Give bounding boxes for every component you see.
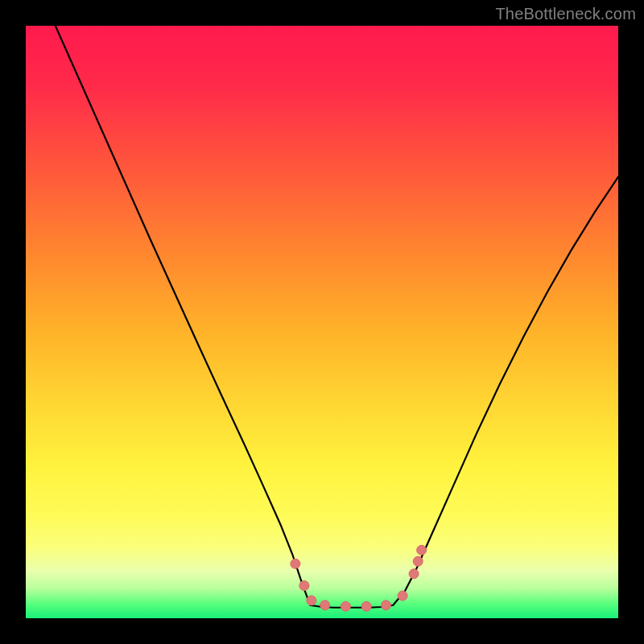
marker-point <box>299 581 309 591</box>
marker-point <box>341 601 350 611</box>
marker-point <box>320 601 330 610</box>
marker-point <box>291 559 300 568</box>
marker-point <box>409 569 419 579</box>
plot-area <box>26 26 618 618</box>
marker-point <box>361 601 371 611</box>
curve-group <box>56 26 618 608</box>
marker-point <box>381 601 390 610</box>
marker-point <box>417 545 427 555</box>
chart-svg <box>26 26 618 618</box>
bottleneck-curve <box>56 26 618 608</box>
watermark-text: TheBottleneck.com <box>495 5 636 23</box>
marker-point <box>307 596 316 605</box>
chart-frame: TheBottleneck.com <box>0 0 644 644</box>
markers-group <box>291 545 427 611</box>
marker-point <box>413 556 423 566</box>
marker-point <box>398 591 407 601</box>
